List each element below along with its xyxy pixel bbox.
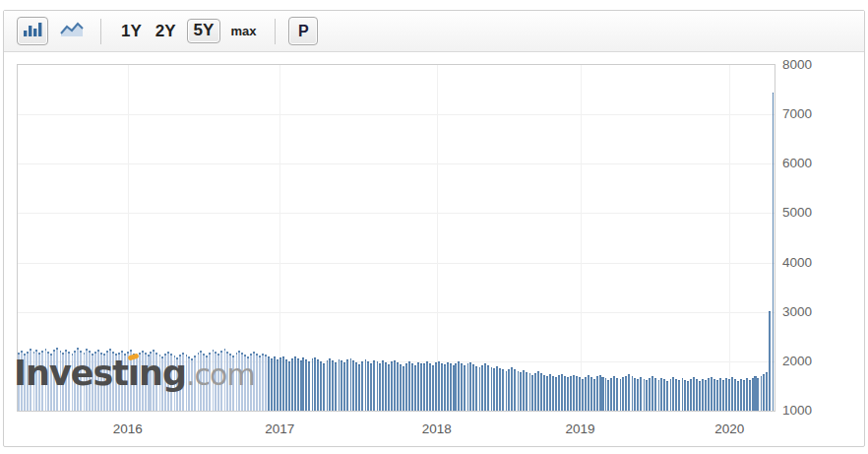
- bar: [743, 380, 745, 411]
- bar: [496, 366, 498, 411]
- bar: [531, 375, 533, 411]
- bar: [725, 378, 727, 411]
- bar: [65, 350, 67, 411]
- bar: [687, 381, 689, 411]
- range-1y-button[interactable]: 1Y: [121, 22, 142, 41]
- bar: [640, 377, 642, 411]
- y-tick-label: 2000: [782, 354, 812, 368]
- bar: [769, 311, 771, 411]
- bar: [182, 353, 184, 411]
- bar: [265, 355, 267, 411]
- bar: [236, 353, 237, 411]
- bar: [30, 349, 31, 411]
- bar: [35, 350, 37, 411]
- y-tick-label: 1000: [782, 403, 812, 418]
- bar: [543, 375, 544, 411]
- bar: [518, 371, 519, 411]
- bar: [72, 354, 73, 411]
- bar: [693, 377, 695, 411]
- bar: [666, 381, 668, 411]
- bar: [41, 351, 43, 411]
- bar: [198, 353, 199, 411]
- bar: [766, 372, 768, 411]
- bar-chart-type-button[interactable]: [17, 17, 48, 45]
- bar: [472, 364, 474, 411]
- bar: [285, 359, 287, 411]
- bar: [405, 363, 407, 411]
- bar: [502, 369, 504, 411]
- bar: [675, 379, 677, 411]
- bar: [215, 352, 217, 411]
- bar: [170, 354, 172, 411]
- bar: [719, 378, 720, 411]
- plot-area[interactable]: [17, 64, 775, 412]
- bar: [408, 361, 410, 411]
- bar: [672, 377, 674, 411]
- bar: [241, 353, 243, 411]
- bar: [262, 354, 263, 411]
- bar: [499, 368, 501, 411]
- bar: [607, 380, 609, 411]
- bar: [491, 367, 492, 411]
- bar: [33, 352, 34, 411]
- bar: [305, 359, 307, 411]
- bar: [282, 357, 284, 411]
- bar: [382, 360, 384, 411]
- bar: [590, 377, 592, 411]
- bar: [447, 362, 449, 411]
- p-button[interactable]: P: [288, 17, 318, 45]
- bar: [62, 353, 64, 411]
- bar: [523, 370, 525, 411]
- bar: [520, 372, 522, 411]
- bar: [209, 353, 211, 411]
- bar: [441, 363, 442, 411]
- bar: [506, 371, 507, 411]
- bar: [761, 376, 762, 411]
- bar: [186, 355, 187, 411]
- bar: [746, 378, 747, 411]
- bar: [312, 358, 313, 411]
- bar: [549, 374, 551, 411]
- bar: [649, 378, 651, 411]
- bar: [139, 353, 141, 411]
- range-max-button[interactable]: max: [230, 24, 256, 38]
- range-5y-button[interactable]: 5Y: [187, 19, 221, 43]
- bar: [80, 351, 82, 411]
- bar: [145, 353, 147, 411]
- chart-widget: 1Y 2Y 5Y max P 8000700060005000400030002…: [3, 10, 865, 447]
- bar: [461, 363, 463, 411]
- bar: [277, 359, 279, 411]
- bar: [394, 360, 396, 411]
- bar: [332, 360, 334, 411]
- bar: [690, 379, 692, 411]
- line-chart-type-button[interactable]: [56, 17, 88, 45]
- bar: [188, 357, 190, 411]
- x-tick-label: 2017: [265, 422, 294, 436]
- bar: [352, 360, 354, 411]
- bar: [167, 352, 169, 411]
- bar: [150, 352, 152, 411]
- bar: [453, 365, 454, 411]
- bar: [601, 377, 603, 411]
- bar: [226, 352, 228, 411]
- bar: [329, 358, 331, 411]
- bar: [367, 361, 369, 411]
- bar: [444, 364, 446, 411]
- bar: [379, 363, 381, 411]
- x-tick-label: 2020: [714, 422, 744, 436]
- bar: [346, 359, 348, 411]
- bar: [103, 354, 105, 411]
- toolbar-divider: [100, 19, 101, 44]
- bar: [86, 349, 88, 411]
- bar: [164, 354, 166, 411]
- bar: [540, 373, 542, 411]
- bar: [711, 377, 713, 411]
- bar: [622, 377, 624, 411]
- bar: [740, 379, 742, 411]
- toolbar-divider: [275, 19, 276, 44]
- bar: [385, 362, 387, 411]
- bar: [350, 358, 351, 411]
- range-2y-button[interactable]: 2Y: [155, 22, 176, 41]
- bar: [579, 377, 581, 411]
- price-bars: [18, 65, 775, 411]
